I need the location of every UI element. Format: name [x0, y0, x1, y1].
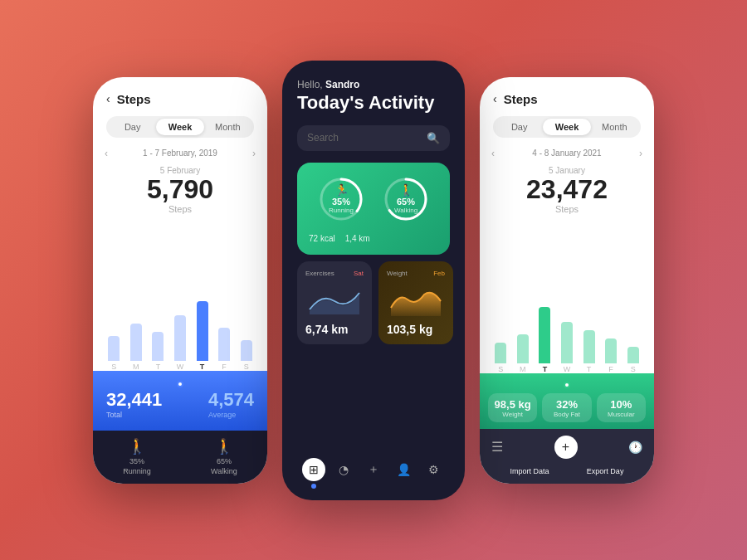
tab-month-left[interactable]: Month: [204, 119, 251, 135]
weight-chart-svg: [387, 285, 445, 316]
activity-card: 🏃 35% Running 🚶 65%: [297, 163, 450, 255]
bar-s2-fill: [241, 340, 252, 361]
weight-metric-value: 98,5 kg: [493, 398, 532, 411]
rbar-t2: T: [583, 330, 595, 373]
left-footer: 🚶 35% Running 🚶 65% Walking: [93, 431, 267, 484]
stat-average: 4,574 Average: [208, 389, 254, 419]
nav-pie[interactable]: ◔: [332, 458, 355, 481]
bar-s1-fill: [108, 336, 120, 361]
import-label[interactable]: Import Data: [510, 467, 549, 475]
walking-circle-inner: 🚶 65% Walking: [394, 183, 417, 214]
right-footer-labels: Import Data Export Day: [480, 464, 654, 484]
exercise-label: Exercises: [305, 270, 334, 277]
phone-left: ‹ Steps Day Week Month ‹ 1 - 7 February,…: [93, 77, 267, 484]
exercise-km: 6,74 km: [305, 323, 364, 336]
tab-week-left[interactable]: Week: [156, 119, 203, 135]
left-steps-number: 5,790: [93, 175, 267, 204]
rbar-s1-label: S: [498, 365, 503, 373]
walking-label: Walking: [211, 467, 237, 475]
export-label[interactable]: Export Day: [587, 467, 624, 475]
bar-s1-label: S: [111, 363, 116, 371]
back-arrow-left[interactable]: ‹: [106, 92, 110, 105]
nav-plus[interactable]: ＋: [362, 458, 385, 481]
left-title: Steps: [117, 92, 151, 106]
cards-grid: 🏃 35% Running 🚶 65%: [282, 158, 465, 349]
running-icon: 🚶: [128, 437, 146, 455]
average-value: 4,574: [208, 389, 254, 411]
running-label: Running: [123, 467, 151, 475]
right-bottom-metrics: 98,5 kg Weight 32% Body Fat 10% Muscular: [480, 373, 654, 429]
phones-container: ‹ Steps Day Week Month ‹ 1 - 7 February,…: [76, 44, 671, 517]
nav-person[interactable]: 👤: [392, 458, 415, 481]
right-steps-display: 5 January 23,472 Steps: [480, 163, 654, 216]
muscular-value: 10%: [602, 398, 641, 411]
bar-s2: S: [241, 340, 252, 371]
center-nav: ⊞ ◔ ＋ 👤 ⚙: [282, 450, 465, 500]
bar-s1: S: [108, 336, 120, 371]
walking-circle-pct: 65%: [394, 197, 417, 207]
prev-date-left[interactable]: ‹: [105, 148, 108, 159]
dot-indicator-right: [564, 382, 570, 388]
phone-center: Hello, Sandro Today's Activity Search 🔍: [282, 61, 465, 500]
date-range-right: 4 - 8 January 2021: [532, 149, 601, 158]
bar-t1-label: T: [156, 363, 161, 371]
bar-t2-fill: [197, 301, 208, 361]
running-circle: 🏃 35% Running: [316, 174, 366, 224]
history-icon[interactable]: 🕐: [628, 441, 642, 454]
nav-grid-icon[interactable]: ⊞: [302, 458, 325, 481]
rbar-t1-label: T: [543, 365, 548, 373]
bar-m-fill: [130, 324, 142, 361]
kcal-stat: 72 kcal: [309, 234, 335, 243]
rbar-f: F: [605, 338, 617, 373]
right-tab-switcher: Day Week Month: [493, 116, 641, 138]
weight-feb: Feb: [433, 270, 445, 277]
card-top-stats: 72 kcal 1,4 km: [309, 231, 438, 243]
next-date-left[interactable]: ›: [252, 148, 256, 159]
prev-date-right[interactable]: ‹: [491, 148, 495, 159]
search-bar[interactable]: Search 🔍: [297, 125, 450, 151]
nav-grid[interactable]: ⊞: [302, 458, 325, 489]
tab-week-right[interactable]: Week: [543, 119, 590, 135]
bar-f: F: [218, 328, 230, 371]
muscular-label: Muscular: [602, 411, 641, 418]
left-date-nav: ‹ 1 - 7 February, 2019 ›: [93, 144, 267, 163]
walking-icon: 🚶: [215, 437, 233, 455]
rbar-w-label: W: [564, 365, 571, 373]
tab-day-left[interactable]: Day: [109, 119, 156, 135]
km-stat: 1,4 km: [345, 234, 370, 243]
next-date-right[interactable]: ›: [639, 148, 642, 159]
bar-t1: T: [152, 332, 164, 371]
bottom-cards-row: Exercises Sat: [297, 261, 450, 344]
bar-s2-label: S: [244, 363, 249, 371]
right-bars: S M T W T: [491, 222, 642, 373]
rbar-s2: S: [627, 347, 639, 373]
nav-settings[interactable]: ⚙: [422, 458, 445, 481]
hamburger-icon[interactable]: ☰: [491, 439, 503, 455]
date-range-left: 1 - 7 February, 2019: [143, 149, 217, 158]
right-day-label: 5 January: [480, 166, 654, 175]
right-steps-unit: Steps: [480, 204, 654, 214]
bodyfat-metric: 32% Body Fat: [542, 393, 591, 422]
add-button[interactable]: +: [554, 436, 578, 459]
search-icon: 🔍: [427, 132, 440, 144]
weight-label: Weight: [387, 270, 408, 277]
circles-row: 🏃 35% Running 🚶 65%: [309, 174, 438, 224]
walking-circle-label: Walking: [394, 207, 417, 214]
average-label: Average: [208, 411, 254, 419]
rbar-s1: S: [495, 343, 506, 373]
tab-month-right[interactable]: Month: [591, 119, 638, 135]
walking-stat: 🚶 65% Walking: [211, 437, 237, 475]
metrics-row: 98,5 kg Weight 32% Body Fat 10% Muscular: [488, 393, 646, 422]
bar-m: M: [130, 324, 142, 371]
road-svg: [305, 285, 364, 316]
right-title: Steps: [504, 92, 538, 106]
dot-indicator-left: [177, 381, 183, 387]
walking-circle: 🚶 65% Walking: [381, 174, 431, 224]
bar-t2-label: T: [200, 363, 205, 371]
total-value: 32,441: [106, 389, 162, 411]
bar-w: W: [174, 315, 186, 371]
back-arrow-right[interactable]: ‹: [493, 92, 497, 105]
tab-day-right[interactable]: Day: [496, 119, 543, 135]
rbar-w: W: [561, 322, 573, 373]
rbar-f-fill: [605, 338, 617, 363]
